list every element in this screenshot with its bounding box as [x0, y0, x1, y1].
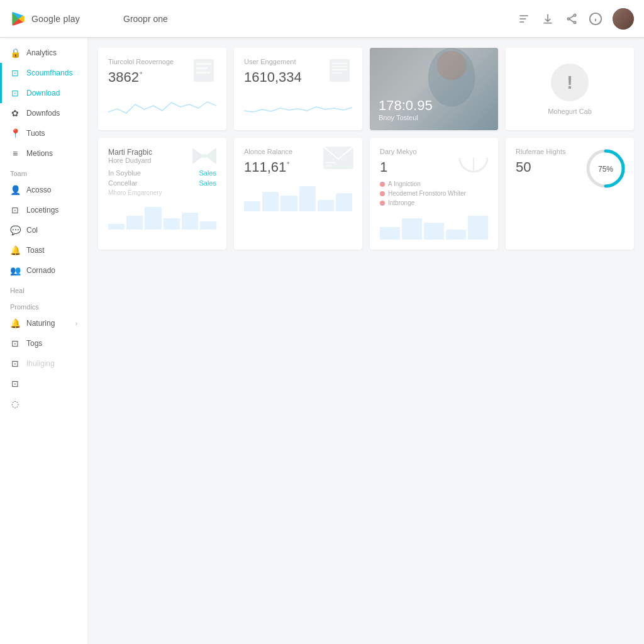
- marti-header: Marti Fragbic Hore Dudyard: [108, 148, 216, 164]
- user-engagement-card: User Enggement 1610,334: [234, 48, 362, 130]
- search-input[interactable]: [123, 14, 375, 24]
- sidebar-item-extra1[interactable]: ⊡ Ihuliging: [0, 353, 87, 374]
- svg-rect-16: [332, 63, 347, 64]
- col-icon: 💬: [10, 225, 20, 235]
- download-nav-icon: ⊡: [10, 88, 20, 98]
- svg-rect-13: [196, 67, 208, 69]
- bar-6: [336, 193, 352, 211]
- bar-2: [402, 218, 422, 240]
- sidebar-item-extra2[interactable]: ⊡: [0, 374, 87, 394]
- google-play-icon: [10, 10, 28, 28]
- user-engagement-icon: [326, 57, 353, 86]
- legend-item-1: A Ingniction: [380, 180, 488, 187]
- search-bar[interactable]: [123, 14, 504, 24]
- sidebar-item-analytics[interactable]: 🔒 Analytics: [0, 43, 87, 63]
- sidebar-item-label: Scoumfhands: [26, 69, 72, 77]
- svg-line-7: [570, 19, 574, 21]
- svg-point-3: [574, 14, 575, 16]
- sidebar-item-label: Download: [26, 89, 60, 97]
- sidebar-item-metions[interactable]: ≡ Metions: [0, 143, 87, 164]
- bar-3: [280, 196, 297, 211]
- legend-item-2: Heodernet Fronstoro Whiter: [380, 190, 488, 197]
- hero-card: 178:0.95 Bnoy Tosteul: [370, 48, 498, 130]
- header: Google play: [0, 0, 644, 38]
- bowtie-icon: [192, 148, 216, 164]
- sidebar-item-toast[interactable]: 🔔 Toast: [0, 240, 87, 260]
- svg-marker-23: [205, 148, 216, 164]
- rluferrae-card: Rluferrae Hights 50 75%: [506, 138, 634, 250]
- notif-icon: !: [567, 72, 573, 93]
- svg-point-4: [567, 18, 569, 19]
- download-icon[interactable]: [541, 12, 555, 26]
- radial-gauge: 75%: [584, 147, 628, 191]
- svg-rect-11: [194, 59, 214, 82]
- sidebar-item-extra3[interactable]: ◌: [0, 394, 87, 414]
- tiurcolol-chart: [108, 93, 216, 118]
- bar-5: [468, 216, 488, 240]
- logo-text: Google play: [31, 14, 80, 24]
- hero-value: 178:0.95: [379, 97, 489, 114]
- marti-card: Marti Fragbic Hore Dudyard In Soyblue Sa…: [98, 138, 226, 250]
- heal-section-label: Heal: [0, 280, 87, 297]
- sidebar-item-cornado[interactable]: 👥 Cornado: [0, 260, 87, 280]
- sidebar-item-scoumfhands[interactable]: ⊡ Scoumfhands: [0, 63, 87, 83]
- marti-title: Marti Fragbic: [108, 148, 152, 157]
- bar-4: [299, 186, 316, 212]
- info-icon[interactable]: [589, 12, 602, 26]
- svg-rect-24: [203, 154, 206, 158]
- marti-row-link[interactable]: Sales: [199, 179, 216, 187]
- naturing-chevron: ›: [75, 320, 77, 327]
- dary-card: Dary Mekyo 1 A Ingniction: [370, 138, 498, 250]
- bar-5: [318, 200, 334, 211]
- sidebar-item-label: Locetings: [26, 206, 58, 214]
- notif-icon-circle: !: [551, 64, 589, 101]
- locetings-icon: ⊡: [10, 205, 20, 215]
- sidebar-item-acosso[interactable]: 👤 Acosso: [0, 180, 87, 200]
- bar-5: [182, 213, 198, 230]
- main-content: Tiurcolol Reovernoge 3862⁺: [88, 38, 644, 644]
- svg-point-5: [574, 21, 575, 23]
- filter-icon[interactable]: [517, 12, 531, 26]
- avatar[interactable]: [613, 8, 634, 30]
- user-engagement-chart: [244, 93, 352, 118]
- marti-subtitle: Hore Dudyard: [108, 157, 152, 164]
- legend-dot-1: [380, 182, 385, 187]
- lock-icon: 🔒: [10, 48, 20, 58]
- sidebar-item-label: Ihuliging: [26, 359, 55, 368]
- bar-3: [145, 207, 161, 230]
- sidebar-item-downfods[interactable]: ✿ Downfods: [0, 103, 87, 123]
- sidebar-item-label: Toast: [26, 246, 45, 255]
- tuots-icon: 📍: [10, 128, 20, 138]
- header-actions: [517, 8, 634, 30]
- cornado-icon: 👥: [10, 265, 20, 275]
- dashboard-grid: Tiurcolol Reovernoge 3862⁺: [98, 48, 634, 250]
- extra3-icon: ◌: [10, 399, 20, 409]
- marti-sublabel: In Soyblue: [108, 169, 141, 177]
- notif-card: ! Mohegurt Cab: [506, 48, 634, 130]
- scoumfhands-icon: ⊡: [10, 68, 20, 78]
- sidebar-item-label: Cornado: [26, 266, 55, 275]
- sidebar-item-locetings[interactable]: ⊡ Locetings: [0, 200, 87, 220]
- sidebar-item-col[interactable]: 💬 Col: [0, 220, 87, 240]
- sidebar-item-tuots[interactable]: 📍 Tuots: [0, 123, 87, 143]
- sidebar-item-label: Metions: [26, 149, 53, 158]
- svg-rect-12: [196, 63, 211, 65]
- svg-point-21: [437, 51, 467, 80]
- sidebar-item-togs[interactable]: ⊡ Togs: [0, 333, 87, 353]
- hero-label: Bnoy Tosteul: [379, 114, 489, 121]
- sidebar-item-label: Naturing: [26, 319, 55, 328]
- balance-icon: [323, 147, 353, 169]
- sidebar-item-label: Acosso: [26, 186, 51, 194]
- marti-row2: Concellar Sales: [108, 179, 216, 187]
- metions-icon: ≡: [10, 148, 20, 158]
- legend-dot-3: [380, 201, 385, 206]
- marti-row1: In Soyblue Sales: [108, 169, 216, 177]
- dary-value: 1: [380, 159, 417, 175]
- marti-link[interactable]: Sales: [199, 169, 216, 177]
- marti-extra: Mhoro Emgaronery: [108, 189, 216, 196]
- tiurcolol-icon: [190, 57, 218, 86]
- sidebar-item-download[interactable]: ⊡ Download: [0, 83, 87, 103]
- share-icon[interactable]: [565, 12, 579, 26]
- sidebar-item-naturing[interactable]: 🔔 Naturing ›: [0, 313, 87, 333]
- notif-label: Mohegurt Cab: [548, 108, 592, 115]
